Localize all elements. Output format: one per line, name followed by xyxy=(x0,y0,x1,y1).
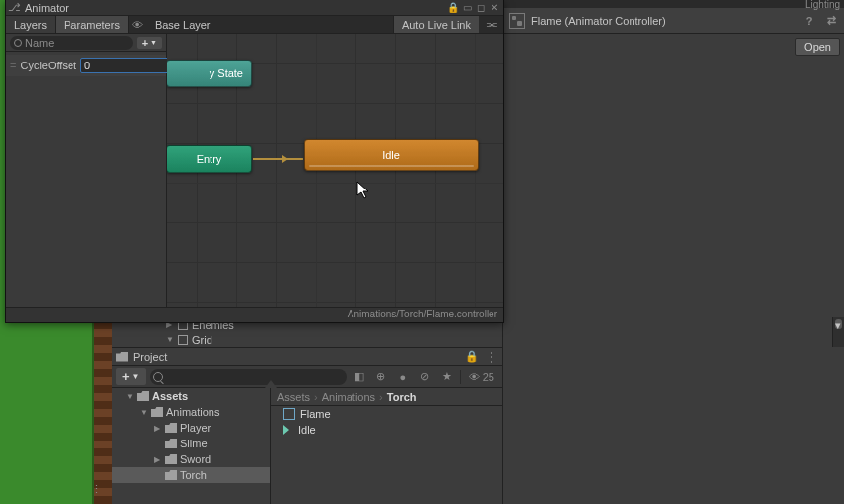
chevron-right-icon: › xyxy=(379,391,383,403)
gameobject-icon xyxy=(178,335,188,345)
layer-breadcrumb[interactable]: Base Layer xyxy=(147,16,218,33)
search-placeholder: Name xyxy=(25,37,54,49)
breadcrumb-item[interactable]: Animations xyxy=(322,391,375,403)
search-icon xyxy=(14,39,22,47)
project-tree: ▼ Assets ▼ Animations ▶ Player Slime ▶ S… xyxy=(112,388,271,504)
parameter-row[interactable]: = CycleOffset xyxy=(6,55,166,76)
tree-folder-player[interactable]: ▶ Player xyxy=(112,420,270,436)
favorite-star-icon[interactable]: ★ xyxy=(438,369,456,385)
filter-favorites-icon[interactable]: ⊘ xyxy=(416,369,434,385)
animator-window: ⎇ Animator 🔒 ▭ ◻ ✕ Layers Parameters 👁 B… xyxy=(5,0,504,323)
visibility-icon: 👁 xyxy=(469,371,480,383)
node-entry[interactable]: Entry xyxy=(167,145,252,173)
project-toolbar: +▼ ◧ ⊕ ● ⊘ ★ 👁 25 xyxy=(112,366,502,388)
node-any-state[interactable]: y State xyxy=(167,60,252,87)
auto-live-link-toggle[interactable]: Auto Live Link xyxy=(393,16,479,33)
inspector-panel: Lighting Flame (Animator Controller) ? ⇄… xyxy=(502,0,844,504)
search-icon xyxy=(153,372,163,382)
breadcrumb-item[interactable]: Torch xyxy=(387,391,417,403)
breadcrumb-item[interactable]: Assets xyxy=(277,391,310,403)
parameter-label: CycleOffset xyxy=(20,60,76,71)
lock-icon[interactable]: 🔒 xyxy=(446,2,460,14)
state-graph[interactable]: y State Entry Idle xyxy=(167,34,503,307)
open-button[interactable]: Open xyxy=(795,38,840,56)
file-flame-controller[interactable]: Flame xyxy=(271,406,502,422)
chevron-right-icon: › xyxy=(314,391,318,403)
tree-folder-slime[interactable]: Slime xyxy=(112,436,270,451)
transition-line[interactable] xyxy=(253,158,303,160)
transition-arrow-icon xyxy=(282,155,288,163)
parameters-panel: Name +▼ = CycleOffset xyxy=(6,34,167,307)
folder-icon xyxy=(116,352,128,362)
animator-footer: Animations/Torch/Flame.controller xyxy=(6,307,503,322)
help-icon[interactable]: ? xyxy=(802,14,816,28)
project-title: Project xyxy=(133,351,167,363)
tree-folder-torch[interactable]: Torch xyxy=(112,467,270,483)
visibility-icon[interactable]: 👁 xyxy=(129,16,147,33)
inspector-header: Flame (Animator Controller) ? ⇄ xyxy=(503,8,844,34)
parameter-search[interactable]: Name xyxy=(10,36,133,50)
inspector-tabs: Lighting xyxy=(503,0,844,8)
project-panel: Project 🔒 ⋮ +▼ ◧ ⊕ ● ⊘ ★ 👁 25 ▼ Assets ▼… xyxy=(112,347,502,504)
dock-icon[interactable]: ▭ xyxy=(460,2,474,14)
preset-icon[interactable]: ⇄ xyxy=(824,14,838,28)
filter-label-icon[interactable]: ● xyxy=(394,369,412,385)
animation-icon xyxy=(283,425,293,435)
hierarchy-item[interactable]: Grid xyxy=(192,334,212,346)
tab-lighting-fragment[interactable]: Lighting xyxy=(805,0,840,10)
panel-resize-handle[interactable]: ⋮ xyxy=(89,482,103,496)
controller-path: Animations/Torch/Flame.controller xyxy=(348,309,497,319)
drag-handle-icon[interactable]: = xyxy=(10,60,16,71)
close-icon[interactable]: ✕ xyxy=(488,2,501,14)
file-idle-anim[interactable]: Idle xyxy=(271,422,502,438)
window-title: Animator xyxy=(25,2,69,14)
animator-icon: ⎇ xyxy=(8,1,21,14)
menu-icon[interactable]: ⋮ xyxy=(485,352,498,362)
project-content: Assets › Animations › Torch Flame Idle xyxy=(271,388,502,504)
add-parameter-button[interactable]: +▼ xyxy=(137,37,162,49)
tab-parameters[interactable]: Parameters xyxy=(56,16,129,33)
scrollbar-thumb[interactable]: ▾ xyxy=(835,319,842,329)
tree-folder-assets[interactable]: ▼ Assets xyxy=(112,388,270,404)
animator-controller-icon xyxy=(509,13,525,29)
expand-arrow-icon[interactable]: ▼ xyxy=(166,335,174,344)
search-by-type-icon[interactable]: ◧ xyxy=(351,369,368,385)
asset-title: Flame (Animator Controller) xyxy=(531,15,794,27)
create-button[interactable]: +▼ xyxy=(116,368,146,385)
search-by-label-icon[interactable]: ⊕ xyxy=(372,369,390,385)
node-idle[interactable]: Idle xyxy=(304,139,479,171)
tree-folder-sword[interactable]: ▶ Sword xyxy=(112,451,270,467)
animator-toolbar: Layers Parameters 👁 Base Layer Auto Live… xyxy=(6,16,503,34)
maximize-icon[interactable]: ◻ xyxy=(474,2,488,14)
hidden-packages-count[interactable]: 👁 25 xyxy=(465,371,498,383)
project-breadcrumb: Assets › Animations › Torch xyxy=(271,388,502,406)
window-titlebar[interactable]: ⎇ Animator 🔒 ▭ ◻ ✕ xyxy=(6,0,503,16)
controller-icon xyxy=(283,408,295,420)
lock-icon[interactable]: 🔒 xyxy=(465,350,479,363)
project-header: Project 🔒 ⋮ xyxy=(112,348,502,366)
project-search[interactable] xyxy=(150,369,347,385)
tab-layers[interactable]: Layers xyxy=(6,16,56,33)
link-icon[interactable]: ⫘ xyxy=(479,16,503,33)
tree-folder-animations[interactable]: ▼ Animations xyxy=(112,404,270,420)
hierarchy-scrollbar[interactable]: ▾ xyxy=(832,317,844,347)
